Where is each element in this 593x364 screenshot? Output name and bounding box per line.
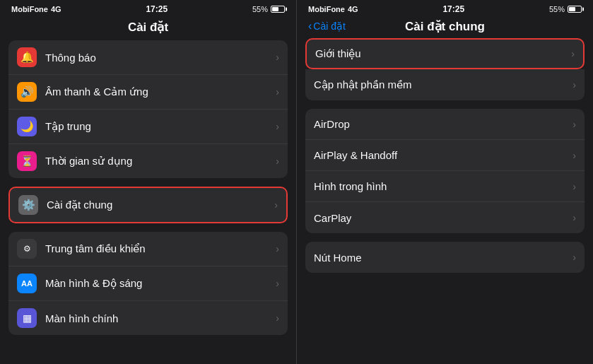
general-icon: ⚙️ xyxy=(18,195,38,215)
left-page-title: Cài đặt xyxy=(128,20,168,34)
control-center-chevron: › xyxy=(276,243,279,254)
left-group-3: ⚙ Trung tâm điều khiển › AA Màn hình & Đ… xyxy=(8,232,288,335)
back-button[interactable]: ‹ Cài đặt xyxy=(308,20,346,33)
left-phone-panel: MobiFone 4G 17:25 55% Cài đặt 🔔 Thông bá… xyxy=(0,0,296,364)
back-label: Cài đặt xyxy=(313,20,346,32)
right-group-2: AirDrop › AirPlay & Handoff › Hình trong… xyxy=(305,109,585,233)
settings-item-general[interactable]: ⚙️ Cài đặt chung › xyxy=(8,187,288,223)
display-label: Màn hình & Độ sáng xyxy=(45,277,276,290)
settings-item-airplay-handoff[interactable]: AirPlay & Handoff › xyxy=(305,140,585,171)
software-update-chevron: › xyxy=(573,79,576,90)
left-group-2: ⚙️ Cài đặt chung › xyxy=(8,187,288,223)
control-center-icon: ⚙ xyxy=(17,239,37,259)
settings-item-carplay[interactable]: CarPlay › xyxy=(305,202,585,233)
left-settings-scroll[interactable]: 🔔 Thông báo › 🔊 Âm thanh & Cảm ứng › 🌙 T… xyxy=(0,40,296,364)
screen-time-label: Thời gian sử dụng xyxy=(45,155,276,168)
home-screen-icon: ▦ xyxy=(17,308,37,328)
display-chevron: › xyxy=(276,278,279,289)
carplay-chevron: › xyxy=(573,212,576,223)
pip-chevron: › xyxy=(573,181,576,192)
right-page-title: Cài đặt chung xyxy=(405,19,485,34)
left-battery: 55% xyxy=(252,5,285,13)
right-nav-header: ‹ Cài đặt Cài đặt chung xyxy=(297,17,593,38)
right-group-3: Nút Home › xyxy=(305,242,585,273)
right-group-1: Giới thiệu › Cập nhật phần mềm › xyxy=(305,38,585,100)
settings-item-sound[interactable]: 🔊 Âm thanh & Cảm ứng › xyxy=(8,75,288,110)
battery-icon xyxy=(271,6,285,13)
airplay-handoff-label: AirPlay & Handoff xyxy=(314,149,573,161)
pip-label: Hình trong hình xyxy=(314,180,573,192)
settings-item-home-screen[interactable]: ▦ Màn hình chính › xyxy=(8,301,288,335)
general-label: Cài đặt chung xyxy=(47,199,274,211)
settings-item-about[interactable]: Giới thiệu › xyxy=(305,38,585,69)
right-battery: 55% xyxy=(549,5,582,13)
sound-label: Âm thanh & Cảm ứng xyxy=(45,86,276,98)
right-carrier: MobiFone 4G xyxy=(308,5,358,13)
control-center-label: Trung tâm điều khiển xyxy=(45,242,276,255)
right-status-bar: MobiFone 4G 17:25 55% xyxy=(297,0,593,17)
airdrop-label: AirDrop xyxy=(314,118,573,130)
settings-item-airdrop[interactable]: AirDrop › xyxy=(305,109,585,140)
about-chevron: › xyxy=(571,48,575,59)
home-button-chevron: › xyxy=(573,252,576,263)
settings-item-home-button[interactable]: Nút Home › xyxy=(305,242,585,273)
home-screen-label: Màn hình chính xyxy=(45,312,276,324)
right-battery-icon xyxy=(568,6,582,13)
settings-item-software-update[interactable]: Cập nhật phần mềm › xyxy=(305,69,585,100)
left-status-bar: MobiFone 4G 17:25 55% xyxy=(0,0,296,17)
general-chevron: › xyxy=(274,199,278,211)
airdrop-chevron: › xyxy=(573,119,576,130)
settings-item-focus[interactable]: 🌙 Tập trung › xyxy=(8,110,288,144)
left-group-1: 🔔 Thông báo › 🔊 Âm thanh & Cảm ứng › 🌙 T… xyxy=(8,40,288,178)
screen-time-chevron: › xyxy=(276,155,279,167)
focus-chevron: › xyxy=(276,121,279,132)
right-settings-scroll[interactable]: Giới thiệu › Cập nhật phần mềm › AirDrop… xyxy=(297,38,593,364)
notifications-label: Thông báo xyxy=(45,52,276,64)
settings-item-display[interactable]: AA Màn hình & Độ sáng › xyxy=(8,266,288,301)
settings-item-control-center[interactable]: ⚙ Trung tâm điều khiển › xyxy=(8,232,288,266)
left-carrier: MobiFone 4G xyxy=(11,5,61,13)
notifications-icon: 🔔 xyxy=(17,47,37,67)
left-nav-header: Cài đặt xyxy=(0,17,296,40)
settings-item-picture-in-picture[interactable]: Hình trong hình › xyxy=(305,171,585,202)
settings-item-notifications[interactable]: 🔔 Thông báo › xyxy=(8,40,288,75)
settings-item-screen-time[interactable]: ⏳ Thời gian sử dụng › xyxy=(8,144,288,178)
software-update-label: Cập nhật phần mềm xyxy=(314,78,573,91)
focus-label: Tập trung xyxy=(45,120,276,133)
screen-time-icon: ⏳ xyxy=(17,151,37,171)
back-chevron-icon: ‹ xyxy=(308,20,312,33)
home-screen-chevron: › xyxy=(276,312,279,324)
about-label: Giới thiệu xyxy=(315,47,571,60)
sound-icon: 🔊 xyxy=(17,82,37,102)
notifications-chevron: › xyxy=(276,52,279,63)
airplay-handoff-chevron: › xyxy=(573,150,576,161)
home-button-label: Nút Home xyxy=(314,252,573,264)
right-phone-panel: MobiFone 4G 17:25 55% ‹ Cài đặt Cài đặt … xyxy=(297,0,593,364)
sound-chevron: › xyxy=(276,86,279,98)
display-icon: AA xyxy=(17,274,37,293)
left-time: 17:25 xyxy=(146,4,168,14)
focus-icon: 🌙 xyxy=(17,117,37,136)
right-time: 17:25 xyxy=(442,4,464,14)
carplay-label: CarPlay xyxy=(314,212,573,224)
